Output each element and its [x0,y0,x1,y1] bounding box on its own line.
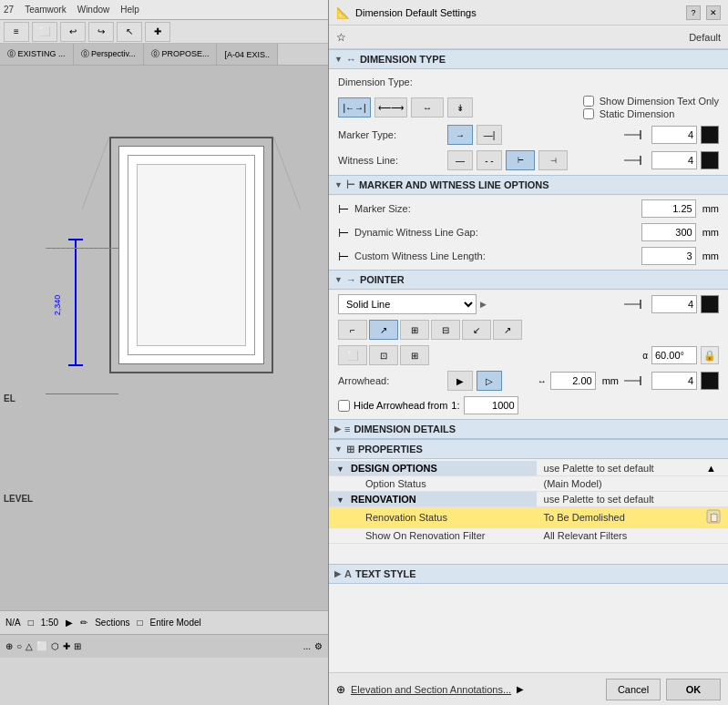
pointer-num-input[interactable]: 4 [651,295,697,313]
section-text-style[interactable]: ▶ A TEXT STYLE [329,564,728,584]
ptr-btn-curve[interactable]: ↙ [462,320,491,340]
menu-window[interactable]: Window [77,5,110,15]
collapse-arrow-text-style[interactable]: ▶ [334,569,341,578]
ok-button[interactable]: OK [666,679,721,700]
checkbox-static-dim[interactable] [583,108,594,119]
ptr-btn-box[interactable]: ⬜ [338,345,367,365]
toolbar-icon-3[interactable]: ↩ [60,22,86,42]
dim-btn-arc[interactable]: ↔ [411,97,444,118]
toolbar-icon-5[interactable]: ↖ [117,22,142,42]
ptr-btn-box2[interactable]: ⊡ [369,345,398,365]
renovation-status-icon[interactable]: 📋 [699,507,728,528]
status-icon-1[interactable]: ⊕ [5,641,13,651]
ptr-btn-straight[interactable]: ↗ [369,320,398,340]
cad-menubar[interactable]: 27 Teamwork Window Help [0,0,328,20]
ptr-btn-arc2[interactable]: ↗ [493,320,522,340]
status-icon-2[interactable]: ○ [16,641,22,651]
sections-icon[interactable]: □ [138,618,143,628]
witness-btn-inner[interactable]: ⊢ [506,150,535,170]
dialog-content[interactable]: ▼ ↔ DIMENSION TYPE Dimension Type: |←→| … [329,49,728,672]
arrowhead-color-swatch[interactable] [701,372,719,390]
footer-link[interactable]: Elevation and Section Annotations... [351,684,511,695]
witness-btn-outer[interactable]: ⊣ [538,150,568,170]
tab-perspective[interactable]: ⓪ Perspectiv... [74,44,144,65]
status-icon-5[interactable]: ⬡ [51,641,59,651]
arrowhead-btn-2[interactable]: ▷ [477,371,502,391]
close-button[interactable]: ✕ [706,5,721,20]
cancel-button[interactable]: Cancel [606,679,661,700]
arrowhead-btn-1[interactable]: ▶ [447,371,473,391]
toolbar-icon-1[interactable]: ≡ [4,22,29,42]
witness-btn-2[interactable]: - - [477,150,502,170]
sections-label: Sections [95,618,129,628]
dim-btn-radial[interactable]: ↡ [447,97,473,118]
witness-color-swatch[interactable] [701,151,719,169]
static-dim-label: Static Dimension [600,108,675,119]
status-icon-4[interactable]: ⬜ [36,641,47,651]
status-icon-6[interactable]: ✚ [63,641,70,651]
toolbar-icon-2[interactable]: ⬜ [32,22,57,42]
checkbox-show-text-only[interactable] [583,96,594,107]
renovation-expand[interactable] [699,492,728,507]
cad-dash-line [46,248,118,249]
section-pointer[interactable]: ▼ → POINTER [329,270,728,290]
ptr-btn-cross[interactable]: ⊞ [400,320,429,340]
marker-num-input[interactable]: 4 [651,126,697,144]
section-marker-witness[interactable]: ▼ ⊢ MARKER AND WITNESS LINE OPTIONS [329,175,728,195]
status-icon-3[interactable]: △ [26,641,33,651]
section-properties[interactable]: ▼ ⊞ PROPERTIES [329,439,728,459]
dim-btn-linear[interactable]: |←→| [338,97,371,118]
tab-propose[interactable]: ⓪ PROPOSE... [144,44,218,65]
dim-btn-angle[interactable]: ⟵⟶ [374,97,407,118]
marker-size-controls: 1.25 mm [464,199,719,218]
ptr-btn-corner[interactable]: ⌐ [338,320,367,340]
toolbar-icon-6[interactable]: ✚ [145,22,170,42]
toolbar-icon-4[interactable]: ↪ [88,22,114,42]
ptr-btn-box3[interactable]: ⊞ [400,345,429,365]
help-button[interactable]: ? [686,5,701,20]
props-section-icon: ⊞ [346,444,354,455]
arrowhead-size-input[interactable]: 2.00 [550,372,596,390]
status-icon-8[interactable]: ⚙ [314,641,323,651]
cad-tabs[interactable]: ⓪ EXISTING ... ⓪ Perspectiv... ⓪ PROPOSE… [0,44,328,66]
scale-arrow[interactable]: ▶ [66,618,73,628]
menu-help[interactable]: Help [120,5,139,15]
toolbar-icon-draw[interactable]: ✏ [80,618,87,628]
pointer-linetype-select[interactable]: Solid Line [338,294,477,314]
design-options-collapse[interactable]: ▼ [336,465,344,474]
collapse-arrow-dim-details[interactable]: ▶ [334,424,341,434]
design-options-value: use Palette to set default [537,461,699,476]
custom-witness-input[interactable]: 3 [641,247,696,265]
star-icon: ☆ [336,31,346,44]
menu-teamwork[interactable]: Teamwork [25,5,67,15]
hide-arrowhead-value-input[interactable]: 1000 [464,396,518,414]
angle-input[interactable]: 60.00° [651,346,697,364]
lock-icon[interactable]: 🔒 [701,346,719,364]
tab-existing[interactable]: ⓪ EXISTING ... [0,44,74,65]
arrowhead-num-input[interactable]: 4 [651,372,697,390]
collapse-arrow-marker[interactable]: ▼ [334,180,343,189]
footer-right: Cancel OK [606,679,721,700]
tab-a04[interactable]: [A-04 EXIS.. [217,44,278,65]
design-options-expand[interactable]: ▲ [699,461,728,476]
ptr-btn-dash[interactable]: ⊟ [431,320,460,340]
renovation-collapse[interactable]: ▼ [336,496,344,505]
collapse-arrow-pointer[interactable]: ▼ [334,275,343,284]
dynamic-witness-input[interactable]: 300 [641,223,696,241]
hide-arrowhead-checkbox[interactable] [338,400,350,412]
witness-btn-1[interactable]: — [447,150,473,170]
status-icon-7[interactable]: ⊞ [74,641,81,651]
collapse-arrow-props[interactable]: ▼ [334,444,343,454]
marker-btn-tick[interactable]: —| [477,125,502,145]
marker-size-input[interactable]: 1.25 [641,199,696,218]
witness-num-input[interactable]: 4 [651,151,697,169]
section-dimension-type[interactable]: ▼ ↔ DIMENSION TYPE [329,49,728,69]
dim-type-body: Dimension Type: |←→| ⟵⟶ ↔ ↡ Show Dimensi… [329,69,728,175]
marker-btn-arrow[interactable]: → [447,125,473,145]
design-options-section-label: DESIGN OPTIONS [351,463,437,474]
marker-color-swatch[interactable] [701,126,719,144]
pointer-color-swatch[interactable] [701,295,719,313]
collapse-arrow-dim-type[interactable]: ▼ [334,55,343,64]
section-dim-details[interactable]: ▶ ≡ DIMENSION DETAILS [329,419,728,439]
menu-item-number[interactable]: 27 [4,5,14,15]
